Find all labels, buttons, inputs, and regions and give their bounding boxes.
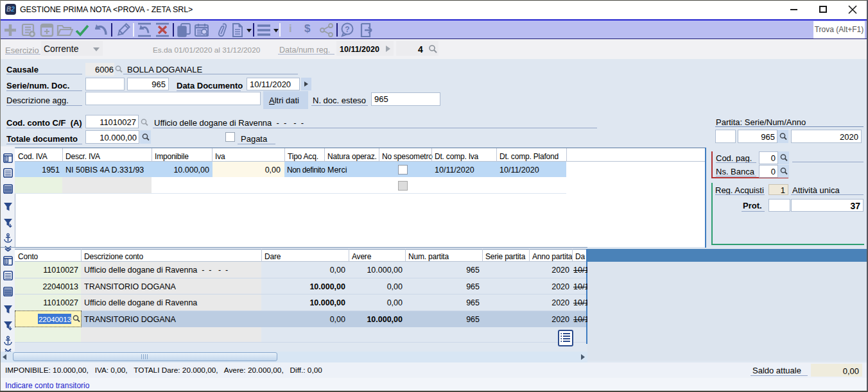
svg-text:?: ? — [345, 25, 349, 34]
